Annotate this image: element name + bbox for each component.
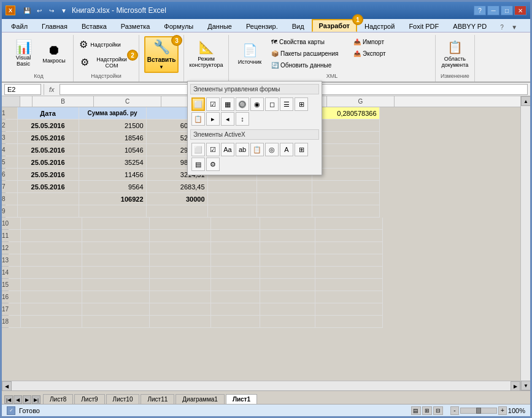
activex-icon-btn-4[interactable]: 📋 — [250, 143, 264, 156]
cell-e7[interactable] — [208, 181, 257, 193]
maximize-btn[interactable]: □ — [501, 6, 513, 15]
tab-developer[interactable]: Разработ 1 — [312, 19, 357, 32]
form-icon-btn-1[interactable]: ☑ — [206, 97, 220, 111]
cell-a5[interactable] — [6, 156, 18, 169]
cell-a7[interactable] — [6, 181, 18, 193]
cell-g8[interactable] — [312, 193, 380, 205]
col-header-b[interactable]: B — [33, 96, 94, 107]
cell-b1[interactable]: Дата — [18, 107, 79, 120]
cell-a2[interactable] — [6, 120, 18, 132]
cell-a8[interactable] — [6, 193, 18, 205]
scroll-up-btn[interactable]: ▲ — [521, 96, 530, 106]
scroll-down-btn[interactable]: ▼ — [521, 381, 530, 390]
addins-btn[interactable]: ⚙ Надстройки — [79, 36, 121, 53]
cell-a6[interactable] — [6, 169, 18, 181]
col-header-a[interactable] — [20, 96, 33, 107]
form-icon-btn-2[interactable]: ▦ — [221, 97, 234, 111]
import-btn[interactable]: 📥 Импорт — [350, 36, 430, 47]
col-header-g[interactable]: G — [327, 96, 395, 107]
activex-icon-btn-5[interactable]: ◎ — [265, 143, 279, 156]
save-qa-btn[interactable]: 💾 — [21, 6, 33, 15]
sheet-tab-diagram1[interactable]: Диаграмма1 — [175, 394, 225, 404]
redo-qa-btn[interactable]: ↪ — [46, 6, 57, 15]
doc-area-btn[interactable]: 📋 Областьдокумента — [441, 36, 469, 72]
tab-review[interactable]: Рецензир. — [239, 20, 285, 32]
sheet-next-btn[interactable]: ▶ — [23, 395, 31, 404]
cell-d8[interactable]: 30000 — [147, 193, 208, 205]
cell-b8[interactable] — [18, 193, 79, 205]
cell-b7[interactable]: 25.05.2016 — [18, 181, 79, 193]
col-header-c[interactable]: C — [94, 96, 161, 107]
tab-insert[interactable]: Вставка — [75, 20, 114, 32]
form-icon-btn-10[interactable]: ◂ — [221, 112, 234, 126]
help-btn[interactable]: ? — [474, 6, 486, 15]
tab-home[interactable]: Главная — [35, 20, 74, 32]
source-btn[interactable]: 📄 Источник — [234, 36, 266, 72]
minimize-btn[interactable]: ─ — [487, 6, 499, 15]
sheet-tab-list11[interactable]: Лист11 — [141, 394, 174, 404]
form-icon-btn-3[interactable]: 🔘 — [236, 97, 249, 111]
close-btn[interactable]: ✕ — [514, 6, 526, 15]
tab-foxit[interactable]: Foxit PDF — [402, 20, 445, 32]
cell-b3[interactable]: 25.05.2016 — [18, 132, 79, 144]
cell-g3[interactable] — [312, 132, 380, 144]
cell-c8[interactable]: 106922 — [79, 193, 147, 205]
cell-reference-box[interactable]: E2 — [4, 84, 41, 95]
cell-c6[interactable]: 11456 — [79, 169, 147, 181]
activex-icon-btn-8[interactable]: ▤ — [191, 158, 205, 171]
dropdown-qa-btn[interactable]: ▼ — [58, 6, 69, 15]
cell-c7[interactable]: 9564 — [79, 181, 147, 193]
com-addins-btn[interactable]: ⚙ Надстройки COM 2 — [79, 54, 134, 70]
tab-view[interactable]: Вид — [285, 20, 311, 32]
activex-icon-btn-9[interactable]: ⚙ — [206, 158, 220, 171]
cell-b2[interactable]: 25.05.2016 — [18, 120, 79, 132]
cell-f7[interactable] — [257, 181, 312, 193]
cell-e8[interactable] — [208, 193, 257, 205]
activex-icon-btn-7[interactable]: ⊞ — [295, 143, 308, 156]
tab-file[interactable]: Файл — [4, 20, 34, 32]
expansion-packs-btn[interactable]: 📦 Пакеты расширения — [268, 48, 348, 59]
zoom-slider[interactable] — [460, 408, 497, 414]
cell-g6[interactable] — [312, 169, 380, 181]
page-break-btn[interactable]: ⊟ — [433, 406, 443, 415]
export-btn[interactable]: 📤 Экспорт — [350, 48, 430, 59]
activex-icon-btn-6[interactable]: A — [280, 143, 293, 156]
cell-b4[interactable]: 25.05.2016 — [18, 144, 79, 156]
form-icon-btn-9[interactable]: ▸ — [206, 112, 220, 126]
zoom-slider-thumb[interactable] — [476, 408, 481, 414]
form-icon-btn-0[interactable]: ⬜ — [191, 97, 205, 111]
scroll-right-btn[interactable]: ▶ — [511, 381, 520, 390]
activex-icon-btn-1[interactable]: ☑ — [206, 143, 220, 156]
cell-a3[interactable] — [6, 132, 18, 144]
sheet-first-btn[interactable]: |◀ — [4, 395, 13, 404]
undo-qa-btn[interactable]: ↩ — [34, 6, 45, 15]
form-icon-btn-6[interactable]: ☰ — [280, 97, 293, 111]
cell-g1[interactable]: 0,280578366 — [312, 107, 380, 120]
activex-icon-btn-3[interactable]: ab — [236, 143, 249, 156]
ribbon-minimize-btn[interactable]: ▼ — [509, 22, 520, 32]
cell-c3[interactable]: 18546 — [79, 132, 147, 144]
activex-icon-btn-2[interactable]: Aa — [221, 143, 234, 156]
cell-c5[interactable]: 35254 — [79, 156, 147, 169]
cell-f8[interactable] — [257, 193, 312, 205]
form-icon-btn-5[interactable]: ◻ — [265, 97, 279, 111]
form-icon-btn-8[interactable]: 📋 — [191, 112, 205, 126]
form-icon-btn-7[interactable]: ⊞ — [295, 97, 308, 111]
cell-g2[interactable] — [312, 120, 380, 132]
form-icon-btn-4[interactable]: ◉ — [250, 97, 264, 111]
ribbon-help-btn[interactable]: ? — [496, 22, 507, 32]
h-scroll-track[interactable] — [12, 381, 511, 390]
visual-basic-btn[interactable]: 📊 VisualBasic — [9, 36, 37, 72]
sheet-tab-list10[interactable]: Лист10 — [106, 394, 140, 404]
sheet-tab-list8[interactable]: Лист8 — [43, 394, 73, 404]
cell-a1[interactable] — [6, 107, 18, 120]
form-icon-btn-11[interactable]: ↕ — [236, 112, 249, 126]
cell-d7[interactable]: 2683,45 — [147, 181, 208, 193]
sheet-prev-btn[interactable]: ◀ — [13, 395, 22, 404]
page-layout-btn[interactable]: ⊞ — [422, 406, 432, 415]
cell-g7[interactable] — [312, 181, 380, 193]
zoom-out-btn[interactable]: - — [450, 406, 459, 415]
zoom-in-btn[interactable]: + — [498, 406, 507, 415]
cell-b5[interactable]: 25.05.2016 — [18, 156, 79, 169]
tab-layout[interactable]: Разметка — [114, 20, 157, 32]
